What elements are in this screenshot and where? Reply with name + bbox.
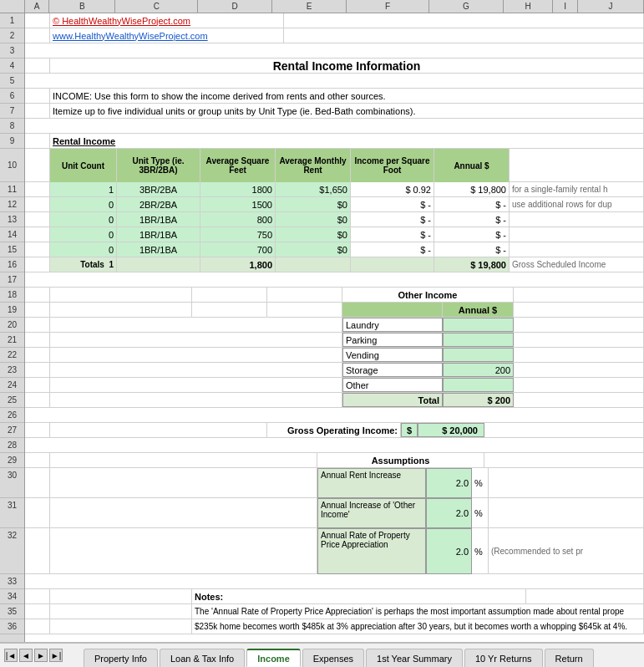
other-annual-header: Annual $ (459, 305, 497, 315)
cell-15-count[interactable]: 0 (50, 242, 117, 257)
cell-14-count[interactable]: 0 (50, 227, 117, 242)
row1-type: 2BR/2BA (139, 200, 177, 210)
col-sqft: Average Square Feet (203, 156, 272, 175)
cell-31-a (25, 498, 50, 528)
row-num-26: 26 (0, 408, 24, 423)
col-unit-type: Unit Type (ie. 3BR/2BA) (119, 156, 197, 175)
cell-13-type[interactable]: 1BR/1BA (117, 212, 200, 227)
row-num-17: 17 (0, 272, 24, 288)
cell-23-storage-val[interactable]: 200 (443, 363, 514, 377)
row-12: 0 2BR/2BA 1500 $0 $ - $ - u (25, 197, 644, 212)
cell-14-type[interactable]: 1BR/1BA (117, 227, 200, 242)
row-18: Other Income (25, 288, 644, 303)
cell-30-a (25, 468, 50, 498)
cell-11-monthly[interactable]: $1,650 (276, 182, 351, 196)
cell-18-empty2 (192, 288, 267, 302)
cell-14-sqft[interactable]: 750 (200, 227, 276, 242)
cell-12-type[interactable]: 2BR/2BA (117, 197, 200, 211)
cell-31-label: Annual Increase of 'Other Income' (317, 498, 426, 528)
cell-29-empty (50, 453, 317, 467)
link1[interactable]: © HealthWealthyWiseProject.com (53, 16, 190, 26)
row-num-9: 9 (0, 134, 24, 149)
cell-13-sqft[interactable]: 800 (200, 212, 276, 227)
cell-32-val[interactable]: 2.0 (426, 528, 472, 574)
tab-10yr-returns[interactable]: 10 Yr Returns (464, 649, 543, 667)
cell-13-count[interactable]: 0 (50, 212, 117, 227)
cell-20-rest (514, 318, 644, 332)
nav-first-btn[interactable]: |◄ (4, 649, 18, 662)
row1-monthly: $0 (337, 200, 347, 210)
row-26 (25, 408, 644, 423)
cell-19-a (25, 303, 50, 317)
tab-property-info[interactable]: Property Info (84, 649, 158, 667)
cell-30-empty (50, 468, 317, 498)
cell-10-rest (510, 149, 644, 181)
cell-11-type[interactable]: 3BR/2BA (117, 182, 200, 196)
cell-10-a (25, 149, 50, 181)
cell-12-sqft[interactable]: 1500 (200, 197, 276, 211)
tab-1st-year-summary[interactable]: 1st Year Summary (366, 649, 463, 667)
row1-count: 0 (109, 200, 114, 210)
row-27: Gross Operating Income: $ $ 20,000 (25, 423, 644, 438)
row-23: Storage 200 (25, 363, 644, 378)
cell-15-sqft[interactable]: 700 (200, 242, 276, 257)
row-17 (25, 272, 644, 288)
cell-20-empty (50, 318, 342, 332)
cell-29-rest (484, 453, 644, 467)
cell-2-rest (284, 28, 644, 43)
cell-16-a (25, 257, 50, 272)
grid-content: © HealthWealthyWiseProject.com www.Healt… (25, 13, 644, 642)
cell-24-empty (50, 378, 342, 392)
cell-31-val[interactable]: 2.0 (426, 498, 472, 528)
cell-5 (25, 74, 644, 88)
cell-1-b: © HealthWealthyWiseProject.com (50, 13, 284, 28)
tab-income[interactable]: Income (246, 649, 301, 667)
cell-30-val[interactable]: 2.0 (426, 468, 472, 498)
cell-25-total-label: Total (342, 393, 443, 407)
cell-21-empty (50, 333, 342, 347)
tab-expenses[interactable]: Expenses (302, 649, 364, 667)
row-13: 0 1BR/1BA 800 $0 $ - $ - (25, 212, 644, 227)
cell-24-other-val[interactable] (443, 378, 514, 392)
row-11: 1 3BR/2BA 1800 $1,650 $ 0.92 $ 19,800 (25, 182, 644, 197)
cell-18-a (25, 288, 50, 302)
cell-11-count[interactable]: 1 (50, 182, 117, 196)
cell-12-count[interactable]: 0 (50, 197, 117, 211)
cell-15-monthly[interactable]: $0 (276, 242, 351, 257)
cell-13-monthly[interactable]: $0 (276, 212, 351, 227)
cell-34-a (25, 589, 50, 603)
nav-last-btn[interactable]: ►| (49, 649, 63, 662)
row0-note: for a single-family rental h (512, 185, 608, 194)
cell-30-pct: % (472, 468, 489, 498)
row-num-19: 19 (0, 303, 24, 318)
cell-21-rest (514, 333, 644, 347)
cell-22-vending-val[interactable] (443, 348, 514, 362)
row-num-10: 10 (0, 149, 24, 182)
row-num-33: 33 (0, 574, 24, 589)
col-header-f: F (347, 0, 429, 13)
cell-26 (25, 408, 644, 422)
row-num-6: 6 (0, 89, 24, 104)
link2[interactable]: www.HealthyWealthyWiseProject.com (53, 31, 208, 41)
cell-7-a (25, 104, 50, 118)
cell-12-monthly[interactable]: $0 (276, 197, 351, 211)
row-28 (25, 438, 644, 453)
nav-next-btn[interactable]: ► (34, 649, 48, 662)
row-num-8: 8 (0, 119, 24, 134)
cell-21-parking-val[interactable] (443, 333, 514, 347)
cell-31-rest (489, 498, 644, 528)
cell-11-sqft[interactable]: 1800 (200, 182, 276, 196)
nav-prev-btn[interactable]: ◄ (19, 649, 33, 662)
cell-13-a (25, 212, 50, 227)
tab-return[interactable]: Return (545, 649, 594, 667)
col-header-j: J (578, 0, 644, 13)
cell-31-pct: % (472, 498, 489, 528)
tab-loan-tax-info[interactable]: Loan & Tax Info (160, 649, 245, 667)
cell-20-laundry-val[interactable] (443, 318, 514, 332)
cell-14-monthly[interactable]: $0 (276, 227, 351, 242)
cell-25-rest (514, 393, 644, 407)
cell-6-desc: INCOME: Use this form to show the income… (50, 89, 644, 103)
cell-32-a (25, 528, 50, 574)
row-num-29: 29 (0, 453, 24, 468)
cell-15-type[interactable]: 1BR/1BA (117, 242, 200, 257)
